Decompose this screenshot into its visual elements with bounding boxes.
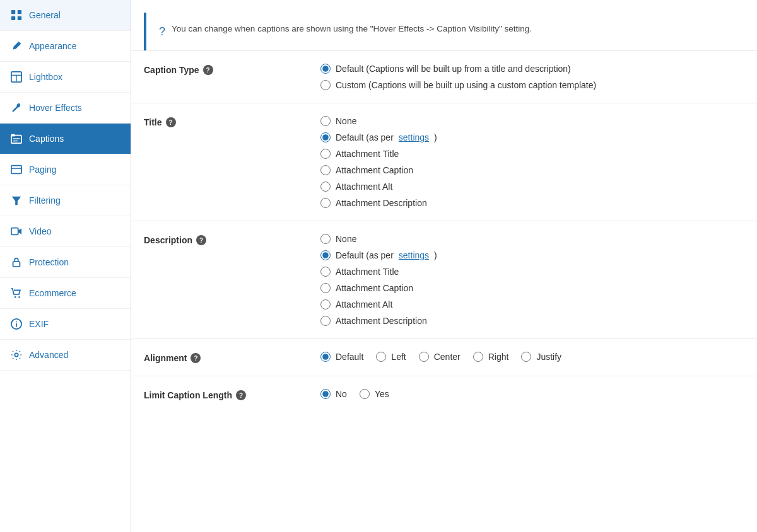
caption-type-options: Default (Captions will be built up from … — [320, 64, 744, 90]
title-options: NoneDefault (as per settings)Attachment … — [320, 116, 744, 208]
description-help[interactable]: ? — [196, 235, 206, 245]
radio-option-d_attachment_caption[interactable]: Attachment Caption — [320, 283, 744, 293]
captions-icon — [10, 132, 23, 145]
svg-marker-12 — [12, 197, 21, 205]
sidebar-item-label: Advanced — [29, 350, 68, 360]
radio-option-t_attachment_title[interactable]: Attachment Title — [320, 149, 744, 159]
radio-option-t_attachment_desc[interactable]: Attachment Description — [320, 198, 744, 208]
radio-option-lc_no[interactable]: No — [320, 389, 347, 399]
svg-point-20 — [16, 321, 17, 323]
sidebar-item-label: Captions — [29, 134, 64, 144]
info-text: You can change when captions are shown u… — [172, 23, 532, 35]
svg-rect-10 — [11, 166, 21, 174]
grid-icon — [10, 9, 23, 21]
radio-option-t_attachment_alt[interactable]: Attachment Alt — [320, 182, 744, 192]
sidebar-item-label: Hover Effects — [29, 103, 82, 113]
svg-rect-2 — [11, 16, 15, 20]
alignment-options: DefaultLeftCenterRightJustify — [320, 352, 744, 362]
alignment-row: Alignment ? DefaultLeftCenterRightJustif… — [131, 338, 757, 376]
wrench-icon — [10, 101, 23, 114]
radio-option-d_attachment_alt[interactable]: Attachment Alt — [320, 299, 744, 309]
radio-option-a_default[interactable]: Default — [320, 352, 363, 362]
radio-option-d_none[interactable]: None — [320, 234, 744, 244]
gear-icon — [10, 349, 23, 361]
brush-icon — [10, 40, 23, 52]
limit-caption-label: Limit Caption Length ? — [144, 389, 320, 400]
svg-rect-0 — [11, 10, 15, 14]
title-row: Title ? NoneDefault (as per settings)Att… — [131, 103, 757, 221]
caption-type-row: Caption Type ? Default (Captions will be… — [131, 50, 757, 103]
radio-option-a_left[interactable]: Left — [376, 352, 406, 362]
caption-type-help[interactable]: ? — [203, 65, 213, 75]
sidebar-item-hover-effects[interactable]: Hover Effects — [0, 93, 131, 124]
sidebar-item-filtering[interactable]: Filtering — [0, 185, 131, 216]
svg-rect-3 — [18, 16, 21, 20]
description-label: Description ? — [144, 234, 320, 245]
limit-caption-row: Limit Caption Length ? NoYes — [131, 376, 757, 413]
radio-option-t_none[interactable]: None — [320, 116, 744, 126]
info-circle-icon: ? — [159, 23, 165, 40]
sidebar-item-protection[interactable]: Protection — [0, 247, 131, 278]
radio-option-a_right[interactable]: Right — [473, 352, 509, 362]
radio-option-d_attachment_title[interactable]: Attachment Title — [320, 267, 744, 277]
sidebar-item-appearance[interactable]: Appearance — [0, 31, 131, 62]
radio-option-a_justify[interactable]: Justify — [521, 352, 561, 362]
limit-caption-options: NoYes — [320, 389, 744, 399]
video-icon — [10, 225, 23, 238]
svg-rect-1 — [18, 10, 21, 14]
limit-caption-help[interactable]: ? — [236, 390, 246, 400]
table-icon — [10, 71, 23, 83]
radio-option-lc_yes[interactable]: Yes — [360, 389, 389, 399]
radio-option-d_default[interactable]: Default (as per settings) — [320, 250, 744, 260]
title-label: Title ? — [144, 116, 320, 127]
alignment-help[interactable]: ? — [191, 353, 201, 363]
sidebar-item-exif[interactable]: EXIF — [0, 309, 131, 340]
title-help[interactable]: ? — [166, 117, 176, 127]
sidebar-item-paging[interactable]: Paging — [0, 154, 131, 185]
sidebar-item-label: Ecommerce — [29, 288, 76, 298]
info-icon — [10, 318, 23, 330]
description-options: NoneDefault (as per settings)Attachment … — [320, 234, 744, 326]
svg-rect-15 — [13, 262, 20, 267]
paging-icon — [10, 163, 23, 176]
info-banner: ? You can change when captions are shown… — [144, 13, 744, 50]
sidebar-item-general[interactable]: General — [0, 0, 131, 31]
sidebar-item-label: Paging — [29, 165, 57, 175]
radio-option-t_default[interactable]: Default (as per settings) — [320, 132, 744, 142]
main-content: ? You can change when captions are shown… — [131, 0, 757, 532]
svg-point-21 — [15, 353, 18, 356]
radio-option-d_attachment_desc[interactable]: Attachment Description — [320, 316, 744, 326]
sidebar-item-label: General — [29, 10, 61, 20]
radio-option-a_center[interactable]: Center — [419, 352, 461, 362]
filter-icon — [10, 194, 23, 207]
sidebar-item-label: EXIF — [29, 319, 49, 329]
radio-option-ct_custom[interactable]: Custom (Captions will be built up using … — [320, 80, 744, 90]
sidebar: General Appearance Lightbox Hover Effect… — [0, 0, 131, 532]
lock-icon — [10, 256, 23, 269]
sidebar-item-advanced[interactable]: Advanced — [0, 340, 131, 371]
radio-option-ct_default[interactable]: Default (Captions will be built up from … — [320, 64, 744, 74]
sidebar-item-label: Video — [29, 226, 52, 236]
sidebar-item-label: Lightbox — [29, 72, 62, 82]
svg-rect-13 — [11, 228, 18, 235]
cart-icon — [10, 287, 23, 299]
sidebar-item-lightbox[interactable]: Lightbox — [0, 62, 131, 93]
description-row: Description ? NoneDefault (as per settin… — [131, 221, 757, 338]
sidebar-item-captions[interactable]: Captions — [0, 124, 131, 154]
settings-link[interactable]: settings — [399, 250, 429, 260]
settings-link[interactable]: settings — [399, 132, 429, 142]
sidebar-item-label: Filtering — [29, 195, 61, 205]
svg-rect-7 — [11, 136, 21, 144]
sidebar-item-ecommerce[interactable]: Ecommerce — [0, 278, 131, 309]
sidebar-item-label: Appearance — [29, 41, 77, 51]
sidebar-item-label: Protection — [29, 257, 69, 267]
svg-point-16 — [15, 296, 16, 298]
svg-point-17 — [18, 296, 20, 298]
sidebar-item-video[interactable]: Video — [0, 216, 131, 247]
radio-option-t_attachment_caption[interactable]: Attachment Caption — [320, 165, 744, 175]
caption-type-label: Caption Type ? — [144, 64, 320, 75]
alignment-label: Alignment ? — [144, 352, 320, 363]
